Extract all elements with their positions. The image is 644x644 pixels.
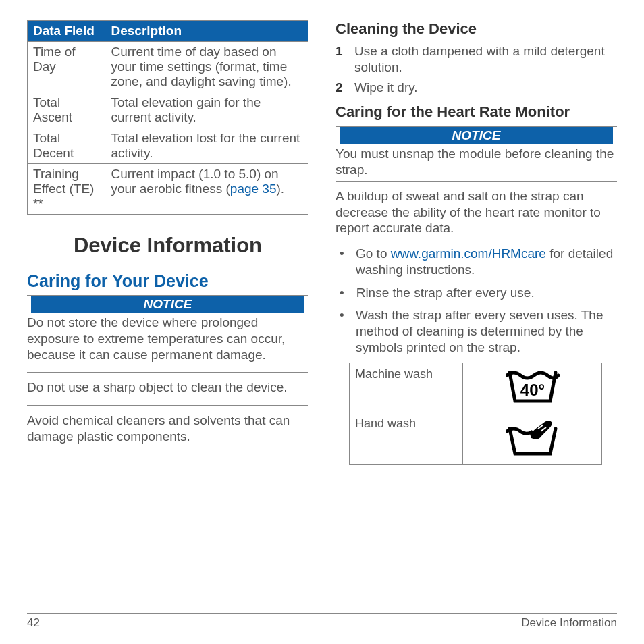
- list-item: 2Wipe it dry.: [336, 80, 617, 96]
- step-number: 2: [336, 80, 346, 96]
- bullet-icon: •: [336, 246, 344, 278]
- wash-label: Machine wash: [350, 363, 463, 412]
- desc-cell: Current time of day based on your time s…: [105, 42, 308, 92]
- list-item: • Rinse the strap after every use.: [336, 285, 617, 301]
- table-row: Machine wash 40°: [350, 363, 602, 412]
- footer: 42 Device Information: [27, 613, 617, 630]
- notice-bar: NOTICE: [336, 126, 617, 144]
- notice-bar: NOTICE: [27, 295, 308, 313]
- left-column: Data Field Description Time of Day Curre…: [27, 20, 308, 608]
- step-number: 1: [336, 43, 346, 76]
- field-cell: Training Effect (TE) **: [28, 164, 105, 215]
- hrm-link[interactable]: www.garmin.com/HRMcare: [391, 246, 546, 261]
- step-text: Wipe it dry.: [354, 80, 418, 96]
- list-item: • Wash the strap after every seven uses.…: [336, 307, 617, 355]
- hrm-bullets: • Go to www.garmin.com/HRMcare for detai…: [336, 246, 617, 356]
- cleaning-heading: Cleaning the Device: [336, 20, 617, 38]
- footer-section: Device Information: [521, 616, 617, 630]
- field-cell: Total Decent: [28, 128, 105, 164]
- bullet-text: Wash the strap after every seven uses. T…: [356, 307, 617, 355]
- hrm-para: A buildup of sweat and salt on the strap…: [336, 188, 617, 236]
- table-header-field: Data Field: [28, 21, 105, 42]
- desc-cell: Current impact (1.0 to 5.0) on your aero…: [105, 164, 308, 215]
- hrm-notice-text: You must unsnap the module before cleani…: [336, 146, 617, 178]
- machine-wash-icon: 40°: [506, 367, 560, 404]
- table-row: Total Ascent Total elevation gain for th…: [28, 92, 308, 128]
- page-link[interactable]: page 35: [230, 182, 277, 196]
- notice-text: Do not store the device where prolonged …: [27, 315, 308, 363]
- text: Go to: [356, 246, 391, 261]
- machine-wash-icon-cell: 40°: [463, 363, 602, 412]
- bullet-text: Rinse the strap after every use.: [356, 285, 535, 301]
- para-chem: Avoid chemical cleaners and solvents tha…: [27, 412, 308, 445]
- list-item: • Go to www.garmin.com/HRMcare for detai…: [336, 246, 617, 278]
- cleaning-steps: 1Use a cloth dampened with a mild deterg…: [336, 43, 617, 95]
- desc-cell: Total elevation gain for the current act…: [105, 92, 308, 128]
- section-title: Device Information: [27, 234, 308, 258]
- desc-cell: Total elevation lost for the current act…: [105, 128, 308, 164]
- hand-wash-icon: [506, 417, 560, 457]
- bullet-icon: •: [336, 307, 344, 355]
- divider: [336, 181, 617, 182]
- table-row: Total Decent Total elevation lost for th…: [28, 128, 308, 164]
- caring-heading: Caring for Your Device: [27, 271, 308, 291]
- field-cell: Total Ascent: [28, 92, 105, 128]
- step-text: Use a cloth dampened with a mild deterge…: [354, 43, 617, 76]
- hrm-heading: Caring for the Heart Rate Monitor: [336, 103, 617, 121]
- divider: [27, 405, 308, 406]
- right-column: Cleaning the Device 1Use a cloth dampene…: [336, 20, 617, 608]
- hand-wash-icon-cell: [463, 412, 602, 464]
- list-item: 1Use a cloth dampened with a mild deterg…: [336, 43, 617, 76]
- desc-text: ).: [277, 182, 285, 196]
- bullet-text: Go to www.garmin.com/HRMcare for detaile…: [356, 246, 617, 278]
- table-row: Time of Day Current time of day based on…: [28, 42, 308, 92]
- wash-label: Hand wash: [350, 412, 463, 464]
- table-row: Training Effect (TE) ** Current impact (…: [28, 164, 308, 215]
- page-number: 42: [27, 616, 40, 630]
- table-row: Hand wash: [350, 412, 602, 464]
- para-sharp: Do not use a sharp object to clean the d…: [27, 379, 308, 396]
- wash-temp: 40°: [520, 381, 545, 399]
- data-field-table: Data Field Description Time of Day Curre…: [27, 20, 308, 215]
- wash-table: Machine wash 40° Hand wash: [349, 363, 602, 465]
- divider: [27, 372, 308, 373]
- bullet-icon: •: [336, 285, 344, 301]
- field-cell: Time of Day: [28, 42, 105, 92]
- table-header-desc: Description: [105, 21, 308, 42]
